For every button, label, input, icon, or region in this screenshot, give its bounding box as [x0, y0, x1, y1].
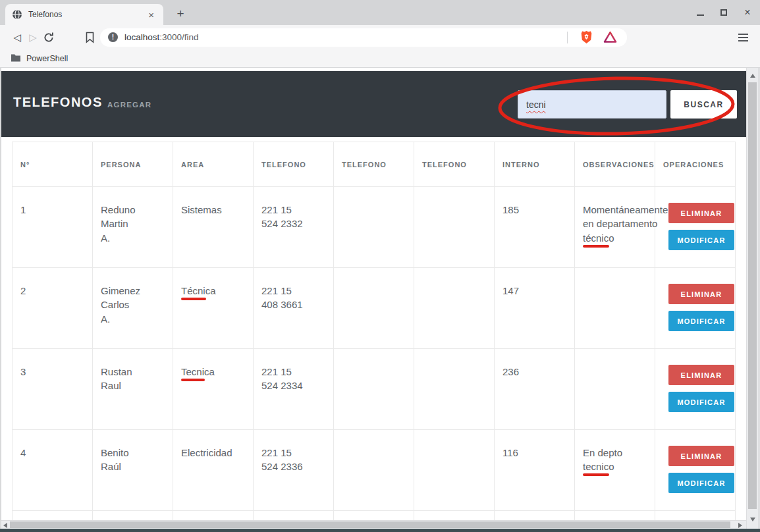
browser-toolbar: ◁ ▷ ! localhost:3000/find — [0, 25, 760, 49]
cell-persona: Reduno Martin A. — [93, 187, 173, 268]
page-content: TELEFONOS AGREGAR tecni BUSCAR N°PERSONA… — [1, 68, 746, 520]
app-brand[interactable]: TELEFONOS — [13, 95, 103, 110]
cell-observaciones — [575, 349, 655, 430]
back-icon[interactable]: ◁ — [9, 32, 25, 43]
cell-telefono-3 — [414, 430, 495, 511]
cell-empty — [173, 511, 254, 520]
tab-title: Telefonos — [28, 10, 146, 19]
column-header: OPERACIONES — [655, 142, 736, 187]
forward-icon: ▷ — [25, 32, 41, 43]
menu-icon[interactable] — [738, 34, 748, 41]
search-input[interactable]: tecni — [518, 90, 666, 119]
cell-observaciones: Momentáneamente en departamento técnico — [575, 187, 655, 268]
column-header: TELEFONO — [334, 142, 414, 187]
cell-operaciones: ELIMINARMODIFICAR — [655, 430, 736, 511]
eliminar-button[interactable]: ELIMINAR — [668, 446, 734, 466]
vertical-scrollbar-thumb[interactable] — [748, 82, 757, 509]
bat-rewards-icon[interactable] — [603, 30, 617, 45]
eliminar-button[interactable]: ELIMINAR — [668, 284, 734, 304]
scroll-left-icon[interactable] — [3, 523, 7, 528]
vertical-scrollbar[interactable] — [746, 68, 758, 529]
column-header: AREA — [173, 142, 254, 187]
annotation-underline: técnic — [583, 232, 609, 244]
cell-interno: 236 — [495, 349, 575, 430]
cell-telefono-1: 221 15 524 2332 — [254, 187, 334, 268]
buscar-button[interactable]: BUSCAR — [670, 90, 737, 119]
bookmarks-bar: PowerShell — [0, 49, 760, 68]
eliminar-button[interactable]: ELIMINAR — [668, 203, 734, 223]
agregar-link[interactable]: AGREGAR — [107, 101, 151, 109]
horizontal-scrollbar[interactable] — [1, 520, 746, 529]
reload-icon[interactable] — [41, 32, 57, 43]
browser-tab[interactable]: Telefonos × — [5, 4, 163, 25]
table-row: 1Reduno Martin A.Sistemas221 15 524 2332… — [13, 187, 736, 268]
modificar-button[interactable]: MODIFICAR — [668, 230, 734, 250]
column-header: PERSONA — [93, 142, 173, 187]
cell-telefono-1: 221 15 408 3661 — [254, 268, 334, 349]
cell-empty — [414, 511, 495, 520]
modificar-button[interactable]: MODIFICAR — [668, 473, 734, 493]
folder-icon — [11, 53, 21, 65]
cell-empty — [13, 511, 93, 520]
divider — [567, 32, 568, 43]
cell-n: 3 — [13, 349, 93, 430]
maximize-button[interactable] — [718, 7, 730, 18]
cell-telefono-3 — [414, 349, 495, 430]
column-header: TELEFONO — [414, 142, 495, 187]
maximize-icon — [720, 9, 727, 16]
cell-operaciones: ELIMINARMODIFICAR — [655, 349, 736, 430]
bookmark-icon[interactable] — [82, 32, 97, 43]
scroll-up-icon[interactable] — [750, 74, 755, 78]
bookmark-item[interactable]: PowerShell — [26, 54, 68, 63]
cell-area: Electricidad — [173, 430, 254, 511]
modificar-button[interactable]: MODIFICAR — [668, 392, 734, 412]
cell-observaciones — [575, 268, 655, 349]
cell-telefono-2 — [334, 187, 414, 268]
cell-n: 1 — [13, 187, 93, 268]
globe-favicon-icon — [12, 9, 22, 20]
cell-n: 4 — [13, 430, 93, 511]
minimize-icon — [697, 14, 704, 16]
search-input-value: tecni — [526, 99, 546, 110]
cell-area: Sistemas — [173, 187, 254, 268]
column-header: TELEFONO — [254, 142, 334, 187]
cell-telefono-1: 221 15 524 2334 — [254, 349, 334, 430]
cell-empty — [93, 511, 173, 520]
window-frame-bottom — [0, 529, 760, 532]
cell-telefono-2 — [334, 349, 414, 430]
cell-telefono-1: 221 15 524 2336 — [254, 430, 334, 511]
cell-observaciones: En depto tecnico — [575, 430, 655, 511]
address-bar[interactable]: ! localhost:3000/find — [100, 28, 627, 47]
cell-interno: 147 — [495, 268, 575, 349]
window-controls: × — [694, 0, 753, 25]
cell-telefono-2 — [334, 430, 414, 511]
minimize-button[interactable] — [694, 7, 706, 18]
scroll-down-icon[interactable] — [750, 518, 755, 521]
modificar-button[interactable]: MODIFICAR — [668, 311, 734, 331]
close-button[interactable]: × — [742, 7, 753, 18]
cell-telefono-3 — [414, 187, 495, 268]
eliminar-button[interactable]: ELIMINAR — [668, 365, 734, 385]
table-row: 4Benito RaúlElectricidad221 15 524 23361… — [13, 430, 736, 511]
cell-telefono-3 — [414, 268, 495, 349]
cell-interno: 116 — [495, 430, 575, 511]
tab-close-icon[interactable]: × — [146, 9, 157, 20]
cell-persona: Benito Raúl — [93, 430, 173, 511]
horizontal-scrollbar-thumb[interactable] — [10, 521, 730, 528]
title-bar: Telefonos × + × — [0, 0, 760, 25]
cell-empty — [495, 511, 575, 520]
cell-empty — [655, 511, 736, 520]
new-tab-button[interactable]: + — [173, 6, 188, 22]
app-navbar: TELEFONOS AGREGAR tecni BUSCAR — [1, 71, 746, 137]
annotation-underline: Técni — [181, 285, 205, 296]
phones-table: N°PERSONAAREATELEFONOTELEFONOTELEFONOINT… — [12, 142, 736, 520]
scroll-right-icon[interactable] — [738, 523, 742, 528]
table-row — [13, 511, 736, 520]
cell-operaciones: ELIMINARMODIFICAR — [655, 268, 736, 349]
annotation-underline: tecnic — [583, 461, 609, 472]
site-info-icon[interactable]: ! — [108, 32, 118, 42]
url-host: localhost — [124, 32, 159, 42]
cell-area: Técnica — [173, 268, 254, 349]
brave-shield-icon[interactable] — [579, 30, 593, 45]
browser-window: Telefonos × + × ◁ ▷ ! localhost:3000 — [0, 0, 760, 532]
